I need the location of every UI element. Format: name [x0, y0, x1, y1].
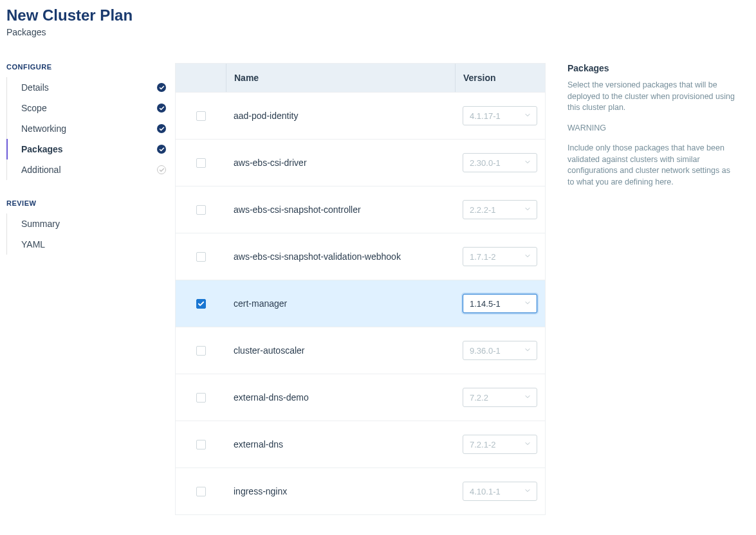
sidebar: CONFIGURE DetailsScopeNetworkingPackages… — [6, 63, 175, 515]
version-text: 7.2.1-2 — [470, 440, 495, 449]
check-circle-icon — [157, 145, 166, 154]
chevron-down-icon — [524, 252, 531, 262]
version-select[interactable]: 2.30.0-1 — [463, 153, 537, 172]
pending-circle-icon — [157, 165, 166, 174]
table-row: ingress-nginx4.10.1-1 — [176, 467, 545, 514]
version-select[interactable]: 7.2.1-2 — [463, 435, 537, 454]
row-checkbox[interactable] — [196, 299, 206, 309]
row-checkbox[interactable] — [196, 346, 206, 356]
chevron-down-icon — [524, 158, 531, 168]
section-label-configure: CONFIGURE — [6, 63, 175, 71]
help-warning-text: Include only those packages that have be… — [567, 143, 739, 188]
table-row: cluster-autoscaler9.36.0-1 — [176, 327, 545, 374]
sidebar-item-label: YAML — [21, 239, 45, 249]
package-name: aws-ebs-csi-snapshot-validation-webhook — [226, 233, 455, 280]
sidebar-item-details[interactable]: Details — [7, 77, 175, 98]
sidebar-item-yaml[interactable]: YAML — [7, 234, 175, 255]
sidebar-item-label: Scope — [21, 103, 47, 113]
chevron-down-icon — [524, 205, 531, 215]
version-text: 4.10.1-1 — [470, 487, 501, 496]
packages-table: Name Version aad-pod-identity4.1.17-1aws… — [175, 63, 546, 515]
chevron-down-icon — [524, 111, 531, 121]
package-name: external-dns-demo — [226, 374, 455, 421]
sidebar-item-label: Summary — [21, 219, 60, 229]
package-name: aad-pod-identity — [226, 93, 455, 139]
package-name: cert-manager — [226, 280, 455, 327]
chevron-down-icon — [524, 487, 531, 496]
table-header: Name Version — [176, 64, 545, 92]
sidebar-item-summary[interactable]: Summary — [7, 213, 175, 234]
chevron-down-icon — [524, 393, 531, 403]
row-checkbox[interactable] — [196, 158, 206, 168]
version-select[interactable]: 2.2.2-1 — [463, 200, 537, 219]
version-text: 1.7.1-2 — [470, 252, 495, 262]
column-header-name[interactable]: Name — [226, 64, 455, 92]
row-checkbox[interactable] — [196, 487, 206, 496]
chevron-down-icon — [524, 440, 531, 449]
version-select[interactable]: 9.36.0-1 — [463, 341, 537, 360]
row-checkbox[interactable] — [196, 393, 206, 403]
table-row: aws-ebs-csi-snapshot-controller2.2.2-1 — [176, 186, 545, 233]
sidebar-item-additional[interactable]: Additional — [7, 159, 175, 180]
sidebar-item-networking[interactable]: Networking — [7, 118, 175, 139]
row-checkbox[interactable] — [196, 111, 206, 121]
row-checkbox[interactable] — [196, 252, 206, 262]
section-label-review: REVIEW — [6, 199, 175, 207]
row-checkbox[interactable] — [196, 440, 206, 449]
check-circle-icon — [157, 124, 166, 133]
table-row: aad-pod-identity4.1.17-1 — [176, 92, 545, 139]
sidebar-item-packages[interactable]: Packages — [7, 139, 175, 159]
help-warning-label: WARNING — [567, 123, 739, 134]
package-name: aws-ebs-csi-snapshot-controller — [226, 186, 455, 233]
version-select[interactable]: 4.10.1-1 — [463, 482, 537, 501]
version-select[interactable]: 1.14.5-1 — [463, 294, 537, 313]
version-text: 2.30.0-1 — [470, 158, 501, 168]
version-text: 9.36.0-1 — [470, 346, 501, 356]
version-select[interactable]: 1.7.1-2 — [463, 247, 537, 266]
version-text: 2.2.2-1 — [470, 205, 495, 215]
column-header-version[interactable]: Version — [455, 64, 545, 92]
table-row: aws-ebs-csi-snapshot-validation-webhook1… — [176, 233, 545, 280]
help-description: Select the versioned packages that will … — [567, 80, 739, 114]
check-circle-icon — [157, 83, 166, 92]
check-circle-icon — [157, 104, 166, 113]
help-panel: Packages Select the versioned packages t… — [546, 63, 739, 515]
version-text: 1.14.5-1 — [470, 299, 501, 309]
help-title: Packages — [567, 63, 739, 73]
sidebar-item-label: Packages — [21, 144, 63, 154]
package-name: aws-ebs-csi-driver — [226, 140, 455, 186]
package-name: ingress-nginx — [226, 468, 455, 514]
sidebar-item-label: Additional — [21, 165, 61, 175]
version-text: 7.2.2 — [470, 393, 488, 403]
table-row: aws-ebs-csi-driver2.30.0-1 — [176, 139, 545, 186]
page-subtitle: Packages — [6, 27, 750, 37]
table-row: cert-manager1.14.5-1 — [176, 280, 545, 327]
page-title: New Cluster Plan — [6, 6, 750, 24]
version-select[interactable]: 7.2.2 — [463, 388, 537, 407]
version-text: 4.1.17-1 — [470, 111, 501, 121]
package-name: cluster-autoscaler — [226, 327, 455, 374]
chevron-down-icon — [524, 299, 531, 309]
sidebar-item-label: Details — [21, 82, 49, 93]
package-name: external-dns — [226, 421, 455, 467]
chevron-down-icon — [524, 346, 531, 356]
table-row: external-dns-demo7.2.2 — [176, 374, 545, 421]
version-select[interactable]: 4.1.17-1 — [463, 106, 537, 125]
sidebar-item-scope[interactable]: Scope — [7, 98, 175, 118]
row-checkbox[interactable] — [196, 205, 206, 215]
sidebar-item-label: Networking — [21, 123, 66, 134]
table-row: external-dns7.2.1-2 — [176, 421, 545, 467]
